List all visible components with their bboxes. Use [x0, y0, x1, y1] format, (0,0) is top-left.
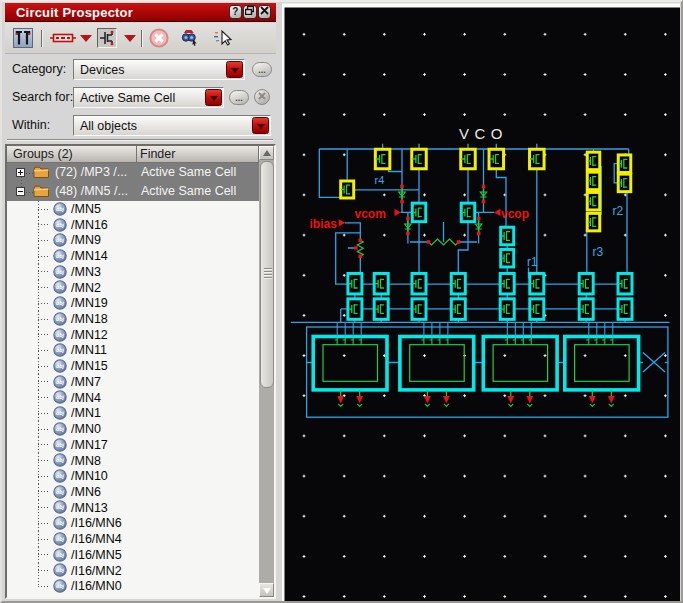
- device-nmos[interactable]: [451, 299, 465, 320]
- net-label: vcom: [355, 207, 386, 221]
- device-nmos[interactable]: [374, 273, 388, 294]
- device-highlighted[interactable]: [412, 149, 427, 169]
- device-nmos[interactable]: [412, 299, 426, 320]
- device-nmos[interactable]: [348, 273, 362, 294]
- device-nmos[interactable]: [501, 227, 514, 245]
- schematic-canvas[interactable]: ibiasvcomvcopr4r1r2r3VCO: [0, 0, 683, 603]
- device-nmos[interactable]: [451, 273, 465, 294]
- device-nmos[interactable]: [530, 273, 544, 294]
- device-nmos[interactable]: [500, 299, 514, 320]
- device-nmos[interactable]: [461, 203, 475, 222]
- device-nmos[interactable]: [501, 249, 514, 267]
- device-highlighted[interactable]: [341, 181, 354, 198]
- device-nmos[interactable]: [530, 299, 544, 320]
- device-nmos[interactable]: [374, 299, 388, 320]
- device-highlighted[interactable]: [489, 149, 504, 169]
- device-highlighted[interactable]: [461, 149, 476, 169]
- instance-label: r2: [613, 204, 624, 218]
- device-highlighted[interactable]: [587, 192, 600, 210]
- device-nmos[interactable]: [412, 203, 426, 222]
- device-highlighted[interactable]: [587, 172, 600, 190]
- net-label: vcop: [501, 207, 529, 221]
- device-highlighted[interactable]: [530, 149, 545, 169]
- device-nmos[interactable]: [579, 299, 593, 320]
- device-nmos[interactable]: [618, 299, 632, 320]
- net-label: ibias: [310, 217, 338, 231]
- device-highlighted[interactable]: [618, 155, 631, 173]
- schematic-title: VCO: [459, 125, 508, 142]
- device-nmos[interactable]: [618, 273, 632, 294]
- device-highlighted[interactable]: [375, 149, 390, 169]
- instance-label: r1: [527, 255, 538, 269]
- device-highlighted[interactable]: [618, 174, 631, 192]
- instance-label: r3: [593, 245, 604, 259]
- device-nmos[interactable]: [348, 299, 362, 320]
- device-highlighted[interactable]: [587, 213, 600, 231]
- instance-label: r4: [375, 174, 385, 186]
- device-highlighted[interactable]: [587, 152, 600, 170]
- device-nmos[interactable]: [500, 273, 514, 294]
- device-nmos[interactable]: [579, 273, 593, 294]
- device-nmos[interactable]: [412, 273, 426, 294]
